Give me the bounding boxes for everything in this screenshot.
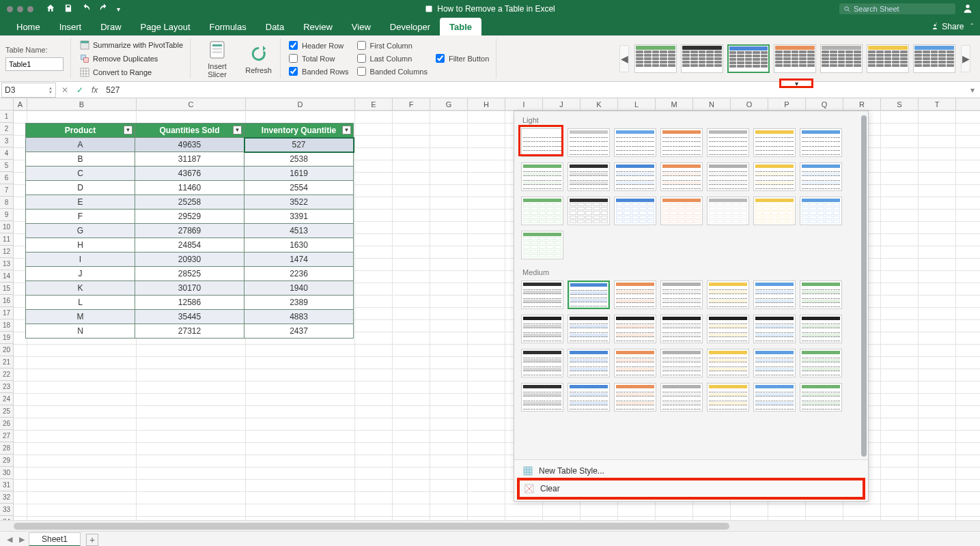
quick-access-more-icon[interactable]: ▾ <box>117 5 120 13</box>
table-style-option[interactable] <box>753 349 796 377</box>
table-style-option[interactable] <box>753 128 796 157</box>
col-header[interactable]: B <box>27 98 137 110</box>
table-name-input[interactable] <box>5 57 64 71</box>
row-header[interactable]: 26 <box>0 418 13 430</box>
tab-table[interactable]: Table <box>440 18 481 35</box>
table-cell[interactable]: 31187 <box>135 152 244 167</box>
table-style-option[interactable] <box>521 383 563 412</box>
row-header[interactable]: 18 <box>0 319 13 332</box>
cell-grid[interactable]: Product▼Quantities Sold▼Inventory Quanti… <box>14 111 980 520</box>
row-header[interactable]: 1 <box>0 111 13 123</box>
col-header[interactable]: C <box>137 98 246 110</box>
col-header[interactable]: N <box>693 98 731 110</box>
filter-dropdown-icon[interactable]: ▼ <box>124 126 132 134</box>
col-header[interactable]: M <box>656 98 693 110</box>
table-style-option[interactable] <box>568 349 610 377</box>
row-header[interactable]: 21 <box>0 356 13 369</box>
cancel-icon[interactable]: ✕ <box>57 85 72 95</box>
table-style-swatch[interactable] <box>913 44 955 73</box>
row-header[interactable]: 33 <box>0 504 13 516</box>
row-header[interactable]: 30 <box>0 467 13 479</box>
undo-icon[interactable] <box>81 3 91 15</box>
row-header[interactable]: 27 <box>0 430 13 442</box>
col-header[interactable]: D <box>246 98 355 110</box>
user-icon[interactable] <box>962 3 973 16</box>
new-table-style-button[interactable]: New Table Style... <box>518 463 864 479</box>
row-header[interactable]: 20 <box>0 344 13 356</box>
table-style-option[interactable] <box>614 383 656 412</box>
table-cell[interactable]: M <box>26 310 135 324</box>
row-header[interactable]: 3 <box>0 135 13 147</box>
table-style-option[interactable] <box>521 315 563 343</box>
row-header[interactable]: 6 <box>0 172 13 184</box>
table-cell[interactable]: C <box>26 167 135 181</box>
col-header[interactable]: I <box>505 98 543 110</box>
table-style-option[interactable] <box>614 162 656 191</box>
row-header[interactable]: 14 <box>0 270 13 283</box>
table-cell[interactable]: 2538 <box>244 152 354 167</box>
filter-dropdown-icon[interactable]: ▼ <box>233 126 242 134</box>
table-cell[interactable]: 35445 <box>135 310 244 324</box>
table-style-option[interactable] <box>800 315 842 343</box>
table-cell[interactable]: 1630 <box>244 238 354 253</box>
row-header[interactable]: 22 <box>0 369 13 381</box>
table-cell[interactable]: 27312 <box>135 324 244 339</box>
header-row-checkbox[interactable]: Header Row <box>289 41 349 50</box>
table-cell[interactable]: 11460 <box>135 181 244 195</box>
sheet-tab-active[interactable]: Sheet1 <box>29 532 81 546</box>
col-header[interactable]: L <box>618 98 656 110</box>
tab-page-layout[interactable]: Page Layout <box>131 18 200 35</box>
table-cell[interactable]: K <box>26 281 135 296</box>
redo-icon[interactable] <box>99 3 109 15</box>
table-cell[interactable]: 527 <box>244 138 354 152</box>
table-style-option[interactable] <box>568 383 610 412</box>
tab-review[interactable]: Review <box>294 18 342 35</box>
row-header[interactable]: 9 <box>0 209 13 221</box>
table-style-option[interactable] <box>800 281 842 309</box>
table-style-option[interactable] <box>800 383 842 412</box>
row-header[interactable]: 5 <box>0 160 13 172</box>
tab-data[interactable]: Data <box>256 18 294 35</box>
banded-columns-checkbox[interactable]: Banded Columns <box>357 67 428 76</box>
table-cell[interactable]: 20930 <box>135 253 244 267</box>
table-style-option[interactable] <box>660 349 703 377</box>
table-style-option[interactable] <box>753 162 796 191</box>
table-style-option[interactable] <box>521 128 563 157</box>
col-header[interactable]: O <box>731 98 768 110</box>
row-header[interactable]: 19 <box>0 332 13 344</box>
table-cell[interactable]: 28525 <box>135 267 244 281</box>
clear-style-button[interactable]: Clear <box>517 478 865 500</box>
table-style-option[interactable] <box>614 315 656 343</box>
summarize-pivot-button[interactable]: Summarize with PivotTable <box>79 40 183 51</box>
table-cell[interactable]: 3522 <box>244 195 354 210</box>
refresh-button[interactable]: Refresh <box>244 38 281 78</box>
table-style-option[interactable] <box>568 315 610 343</box>
table-style-option[interactable] <box>660 281 703 309</box>
data-table[interactable]: Product▼Quantities Sold▼Inventory Quanti… <box>25 123 354 339</box>
table-style-option[interactable] <box>707 383 749 412</box>
table-style-option[interactable] <box>800 349 842 377</box>
formula-input[interactable]: 527 <box>102 85 965 95</box>
table-style-option[interactable] <box>568 281 610 309</box>
col-header[interactable]: E <box>355 98 393 110</box>
row-header[interactable]: 8 <box>0 197 13 209</box>
col-header[interactable]: P <box>768 98 806 110</box>
save-icon[interactable] <box>64 3 73 15</box>
add-sheet-button[interactable]: + <box>86 534 98 546</box>
table-style-option[interactable] <box>521 197 563 225</box>
table-cell[interactable]: 43676 <box>135 167 244 181</box>
row-header[interactable]: 16 <box>0 295 13 307</box>
table-cell[interactable]: 1619 <box>244 167 354 181</box>
tab-insert[interactable]: Insert <box>50 18 92 35</box>
enter-icon[interactable]: ✓ <box>72 85 87 95</box>
table-style-option[interactable] <box>707 162 749 191</box>
table-cell[interactable]: D <box>26 181 135 195</box>
table-style-option[interactable] <box>707 349 749 377</box>
filter-button-checkbox[interactable]: Filter Button <box>436 54 489 63</box>
table-style-swatch[interactable] <box>774 44 816 73</box>
table-style-option[interactable] <box>568 162 610 191</box>
table-style-option[interactable] <box>660 128 703 157</box>
table-style-option[interactable] <box>707 315 749 343</box>
column-headers[interactable]: ABCDEFGHIJKLMNOPQRST <box>0 98 980 111</box>
panel-scrollbar[interactable] <box>861 115 867 457</box>
